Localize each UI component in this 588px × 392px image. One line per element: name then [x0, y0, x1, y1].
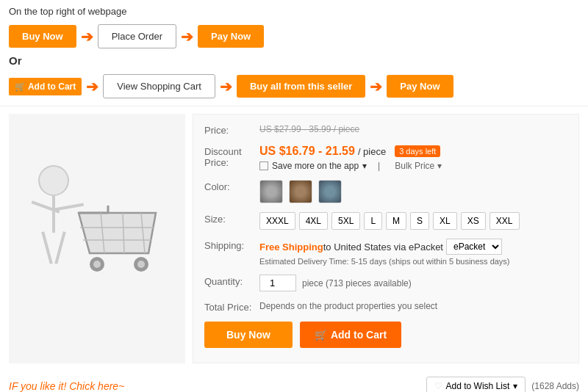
svg-point-9: [93, 261, 101, 268]
stick-body: [52, 196, 55, 233]
discount-price-row: DiscountPrice: US $16.79 - 21.59 / piece…: [204, 145, 567, 171]
shipping-row: Shipping: Free Shipping to United States…: [204, 239, 567, 266]
color-label: Color:: [204, 180, 259, 192]
arrow-3: ➔: [86, 78, 98, 95]
add-to-cart-button-main[interactable]: 🛒 Add to Cart: [300, 322, 401, 348]
size-row: Size: XXXL 4XL 5XL L M S XL XS XXL: [204, 212, 567, 230]
size-l[interactable]: L: [364, 212, 382, 230]
stick-leg-right: [54, 231, 66, 264]
wish-row: IF you like it! Chick here~ ♡ Add to Wis…: [0, 371, 588, 392]
top-instruction: On the top right of webpage: [0, 0, 588, 20]
size-5xl[interactable]: 5XL: [331, 212, 360, 230]
size-content: XXXL 4XL 5XL L M S XL XS XXL: [259, 212, 567, 230]
total-note: Depends on the product properties you se…: [259, 301, 437, 311]
size-label: Size:: [204, 212, 259, 225]
original-price: US $27.99 - 35.99 / piece: [259, 124, 359, 134]
size-buttons: XXXL 4XL 5XL L M S XL XS XXL: [259, 212, 567, 230]
shipping-label: Shipping:: [204, 239, 259, 251]
stick-arm-left: [32, 200, 60, 213]
wish-list-button[interactable]: ♡ Add to Wish List ▾: [426, 377, 526, 392]
color-swatch-2[interactable]: [289, 180, 312, 203]
save-app-text: Save more on the app: [272, 161, 359, 171]
wish-list-area: ♡ Add to Wish List ▾ (1628 Adds): [426, 377, 579, 392]
arrow-4: ➔: [220, 78, 232, 95]
arrow-1: ➔: [81, 28, 93, 46]
days-left-badge: 3 days left: [395, 145, 440, 157]
svg-point-11: [137, 261, 145, 268]
product-details: Price: US $27.99 - 35.99 / piece Discoun…: [193, 114, 579, 363]
quantity-input[interactable]: [259, 275, 296, 291]
pay-now-button-2[interactable]: Pay Now: [387, 75, 453, 98]
if-you-like-text: IF you like it! Chick here~: [9, 380, 124, 392]
shopping-cart-image: [71, 202, 159, 275]
buy-now-button-1[interactable]: Buy Now: [9, 25, 76, 48]
bulk-price-text[interactable]: Bulk Price ▾: [395, 161, 441, 171]
or-divider: Or: [0, 53, 588, 70]
quantity-row: Quantity: piece (713 pieces available): [204, 275, 567, 291]
pay-now-button-1[interactable]: Pay Now: [198, 25, 264, 48]
total-price-label: Total Price:: [204, 300, 259, 313]
arrow-5: ➔: [370, 78, 382, 95]
size-xxxl[interactable]: XXXL: [259, 212, 295, 230]
size-s[interactable]: S: [410, 212, 429, 230]
add-to-cart-label: Add to Cart: [331, 329, 387, 341]
size-xl[interactable]: XL: [433, 212, 457, 230]
total-price-row: Total Price: Depends on the product prop…: [204, 300, 567, 313]
shipping-estimate: Estimated Delivery Time: 5-15 days (ship…: [259, 257, 567, 266]
flow-row-2: 🛒 Add to Cart ➔ View Shopping Cart ➔ Buy…: [0, 70, 588, 103]
add-to-cart-top-button[interactable]: 🛒 Add to Cart: [9, 78, 82, 95]
save-checkbox[interactable]: [259, 161, 268, 170]
product-image: [9, 114, 185, 363]
price-label: Price:: [204, 123, 259, 136]
quantity-label: Quantity:: [204, 275, 259, 287]
color-content: [259, 180, 567, 203]
buy-all-seller-button[interactable]: Buy all from this seller: [237, 75, 365, 98]
color-row: Color:: [204, 180, 567, 203]
buy-now-button-main[interactable]: Buy Now: [204, 322, 293, 348]
discount-price-content: US $16.79 - 21.59 / piece 3 days left Sa…: [259, 145, 567, 171]
wish-list-dropdown: ▾: [513, 381, 517, 391]
cart-figure: [24, 158, 171, 319]
product-area: Price: US $27.99 - 35.99 / piece Discoun…: [0, 106, 588, 371]
price-per-unit: / piece: [358, 146, 386, 157]
color-swatches: [259, 180, 567, 203]
quantity-content: piece (713 pieces available): [259, 275, 567, 291]
shipping-dest: to United States via ePacket: [323, 242, 443, 253]
size-xxl[interactable]: XXL: [490, 212, 520, 230]
arrow-2: ➔: [181, 28, 193, 46]
quantity-available: piece (713 pieces available): [302, 278, 412, 288]
view-shopping-cart-button[interactable]: View Shopping Cart: [103, 74, 215, 98]
stick-leg-left: [41, 231, 53, 264]
instruction-text: On the top right of webpage: [9, 6, 126, 17]
heart-icon: ♡: [434, 381, 442, 391]
or-text: Or: [9, 54, 22, 67]
stick-head: [38, 165, 69, 196]
place-order-button[interactable]: Place Order: [98, 24, 176, 48]
discount-price-label: DiscountPrice:: [204, 145, 259, 168]
flow-row-1: Buy Now ➔ Place Order ➔ Pay Now: [0, 20, 588, 53]
size-xs[interactable]: XS: [461, 212, 486, 230]
price-content: US $27.99 - 35.99 / piece: [259, 123, 567, 134]
shipping-method-dropdown[interactable]: ePacket: [446, 239, 502, 255]
save-app-arrow: ▾: [362, 161, 367, 171]
discount-price: US $16.79 - 21.59: [259, 145, 355, 158]
total-price-content: Depends on the product properties you se…: [259, 300, 567, 311]
size-4xl[interactable]: 4XL: [299, 212, 328, 230]
color-swatch-1[interactable]: [259, 180, 283, 203]
shipping-content: Free Shipping to United States via ePack…: [259, 239, 567, 266]
size-m[interactable]: M: [386, 212, 406, 230]
wish-list-label: Add to Wish List: [446, 381, 510, 391]
price-row: Price: US $27.99 - 35.99 / piece: [204, 123, 567, 136]
cart-icon: 🛒: [315, 329, 327, 341]
wish-count: (1628 Adds): [531, 381, 579, 391]
free-shipping-text: Free Shipping: [259, 242, 323, 253]
action-buttons: Buy Now 🛒 Add to Cart: [204, 322, 567, 348]
color-swatch-3[interactable]: [318, 180, 342, 203]
save-app-row: Save more on the app ▾ | Bulk Price ▾: [259, 161, 567, 171]
